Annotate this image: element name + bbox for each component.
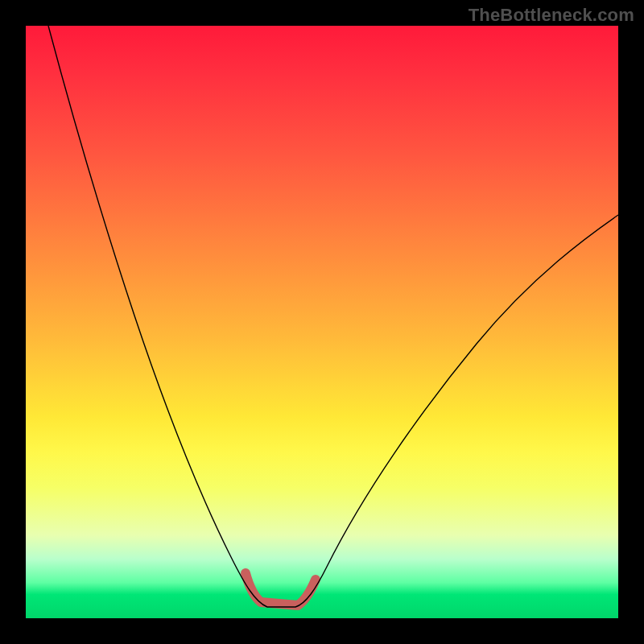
plot-area [26, 26, 618, 618]
watermark-text: TheBottleneck.com [469, 5, 634, 26]
bottleneck-curve-line [48, 26, 618, 607]
curve-layer [26, 26, 618, 618]
chart-frame: TheBottleneck.com [0, 0, 644, 644]
